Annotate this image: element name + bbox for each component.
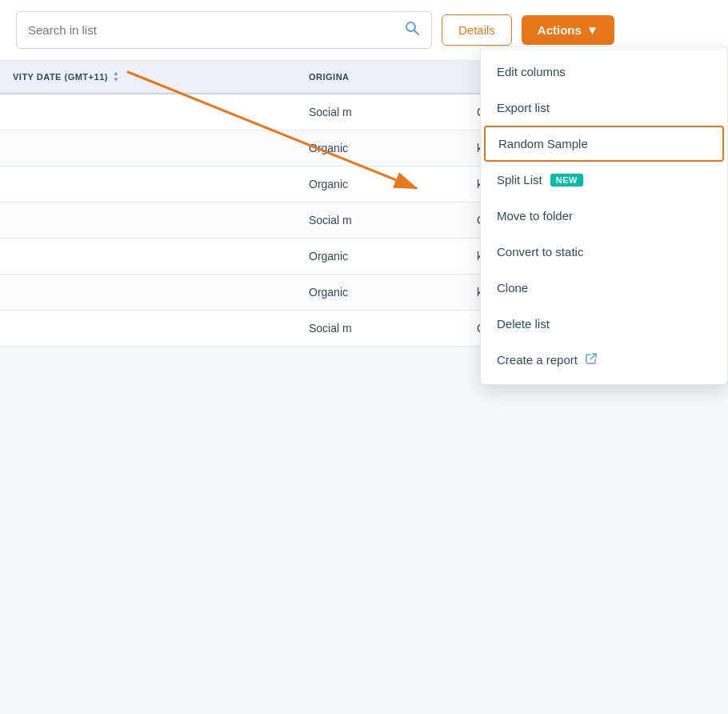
menu-item-delete-list[interactable]: Delete list bbox=[481, 306, 727, 342]
sort-arrows-icon[interactable]: ▲▼ bbox=[113, 70, 119, 83]
menu-item-create-report[interactable]: Create a report bbox=[481, 342, 727, 378]
cell-original: Social m bbox=[296, 94, 464, 130]
menu-item-export-list[interactable]: Export list bbox=[481, 90, 727, 126]
cell-activity bbox=[0, 311, 296, 346]
menu-item-split-list[interactable]: Split List NEW bbox=[481, 162, 727, 198]
menu-item-random-sample[interactable]: Random Sample bbox=[484, 126, 724, 162]
cell-activity bbox=[0, 94, 296, 130]
actions-button[interactable]: Actions ▼ bbox=[522, 15, 614, 45]
external-link-icon bbox=[586, 353, 597, 367]
search-box[interactable] bbox=[16, 11, 432, 49]
details-button[interactable]: Details bbox=[442, 14, 512, 46]
cell-activity bbox=[0, 130, 296, 166]
cell-original: Organic bbox=[296, 239, 464, 274]
cell-original: Organic bbox=[296, 130, 464, 166]
cell-original: Social m bbox=[296, 203, 464, 238]
cell-original: Organic bbox=[296, 275, 464, 310]
cell-original: Social m bbox=[296, 311, 464, 346]
search-icon bbox=[404, 20, 420, 40]
menu-item-convert-to-static[interactable]: Convert to static bbox=[481, 234, 727, 270]
menu-item-clone[interactable]: Clone bbox=[481, 270, 727, 306]
cell-original: Organic bbox=[296, 166, 464, 202]
cell-activity bbox=[0, 166, 296, 202]
column-header-activity: VITY DATE (GMT+11) ▲▼ bbox=[0, 61, 296, 93]
cell-activity bbox=[0, 203, 296, 238]
actions-label: Actions bbox=[538, 23, 582, 37]
cell-activity bbox=[0, 239, 296, 274]
column-header-original: ORIGINA bbox=[296, 61, 464, 93]
svg-line-1 bbox=[414, 30, 418, 34]
menu-item-move-to-folder[interactable]: Move to folder bbox=[481, 198, 727, 234]
search-input[interactable] bbox=[28, 23, 396, 37]
menu-item-edit-columns[interactable]: Edit columns bbox=[481, 54, 727, 90]
dropdown-menu: Edit columns Export list Random Sample S… bbox=[480, 46, 728, 385]
actions-chevron-icon: ▼ bbox=[586, 23, 598, 37]
svg-line-3 bbox=[590, 354, 596, 359]
cell-activity bbox=[0, 275, 296, 310]
new-badge: NEW bbox=[550, 174, 583, 187]
